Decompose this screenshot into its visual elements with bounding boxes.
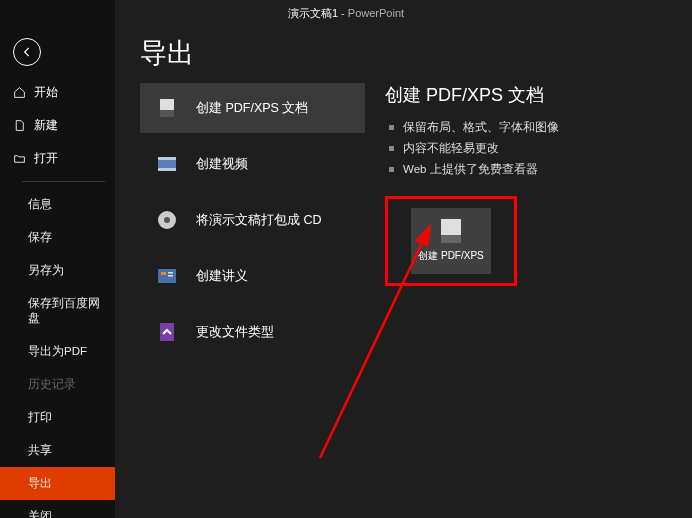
option-label: 创建讲义: [196, 268, 248, 285]
detail-title: 创建 PDF/XPS 文档: [385, 83, 667, 107]
svg-rect-8: [161, 272, 166, 275]
nav-share[interactable]: 共享: [0, 434, 115, 467]
nav-secondary-group: 信息保存另存为保存到百度网盘导出为PDF历史记录打印共享导出关闭更多...: [0, 188, 115, 518]
pdf-icon: [154, 95, 180, 121]
svg-point-6: [164, 217, 170, 223]
nav-save-baidu[interactable]: 保存到百度网盘: [0, 287, 115, 335]
option-create-handouts[interactable]: 创建讲义: [140, 251, 365, 301]
main-area: 导出 创建 PDF/XPS 文档创建视频将演示文稿打包成 CD创建讲义更改文件类…: [115, 25, 692, 518]
filetype-icon: [154, 319, 180, 345]
nav-separator: [22, 181, 105, 182]
cd-icon: [154, 207, 180, 233]
option-change-file-type[interactable]: 更改文件类型: [140, 307, 365, 357]
detail-bullet: 保留布局、格式、字体和图像: [385, 117, 667, 138]
nav-export[interactable]: 导出: [0, 467, 115, 500]
action-label: 创建 PDF/XPS: [418, 249, 484, 263]
back-button[interactable]: [13, 38, 41, 66]
home-icon: [13, 86, 26, 99]
backstage-sidebar: 开始 新建 打开 信息保存另存为保存到百度网盘导出为PDF历史记录打印共享导出关…: [0, 0, 115, 518]
option-create-pdf-xps[interactable]: 创建 PDF/XPS 文档: [140, 83, 365, 133]
export-options: 创建 PDF/XPS 文档创建视频将演示文稿打包成 CD创建讲义更改文件类型: [140, 83, 365, 501]
nav-saveas[interactable]: 另存为: [0, 254, 115, 287]
back-arrow-icon: [20, 45, 34, 59]
option-label: 创建视频: [196, 156, 248, 173]
video-icon: [154, 151, 180, 177]
nav-label: 新建: [34, 117, 58, 134]
detail-bullets: 保留布局、格式、字体和图像内容不能轻易更改Web 上提供了免费查看器: [385, 117, 667, 180]
nav-primary-group: 开始 新建 打开: [0, 76, 115, 175]
svg-rect-10: [168, 275, 173, 277]
nav-open[interactable]: 打开: [0, 142, 115, 175]
title-app: PowerPoint: [348, 7, 404, 19]
nav-save[interactable]: 保存: [0, 221, 115, 254]
nav-home[interactable]: 开始: [0, 76, 115, 109]
handout-icon: [154, 263, 180, 289]
nav-export-pdf[interactable]: 导出为PDF: [0, 335, 115, 368]
option-label: 创建 PDF/XPS 文档: [196, 100, 308, 117]
svg-rect-1: [160, 110, 174, 117]
svg-rect-7: [158, 269, 176, 283]
create-pdf-xps-button[interactable]: 创建 PDF/XPS: [411, 208, 491, 274]
page-title: 导出: [140, 35, 667, 71]
nav-label: 开始: [34, 84, 58, 101]
nav-info[interactable]: 信息: [0, 188, 115, 221]
pdf-file-icon: [441, 219, 461, 243]
new-file-icon: [13, 119, 26, 132]
annotation-box: 创建 PDF/XPS: [385, 196, 517, 286]
option-create-video[interactable]: 创建视频: [140, 139, 365, 189]
svg-rect-4: [158, 168, 176, 171]
title-doc: 演示文稿1: [288, 7, 338, 19]
svg-rect-9: [168, 272, 173, 274]
nav-close[interactable]: 关闭: [0, 500, 115, 518]
nav-history: 历史记录: [0, 368, 115, 401]
title-sep: -: [338, 7, 348, 19]
option-package-cd[interactable]: 将演示文稿打包成 CD: [140, 195, 365, 245]
svg-rect-11: [160, 323, 174, 341]
detail-bullet: Web 上提供了免费查看器: [385, 159, 667, 180]
option-label: 更改文件类型: [196, 324, 274, 341]
detail-bullet: 内容不能轻易更改: [385, 138, 667, 159]
folder-open-icon: [13, 152, 26, 165]
svg-rect-3: [158, 157, 176, 160]
detail-panel: 创建 PDF/XPS 文档 保留布局、格式、字体和图像内容不能轻易更改Web 上…: [385, 83, 667, 501]
content: 创建 PDF/XPS 文档创建视频将演示文稿打包成 CD创建讲义更改文件类型 创…: [140, 83, 667, 501]
option-label: 将演示文稿打包成 CD: [196, 212, 322, 229]
nav-label: 打开: [34, 150, 58, 167]
nav-print[interactable]: 打印: [0, 401, 115, 434]
nav-new[interactable]: 新建: [0, 109, 115, 142]
